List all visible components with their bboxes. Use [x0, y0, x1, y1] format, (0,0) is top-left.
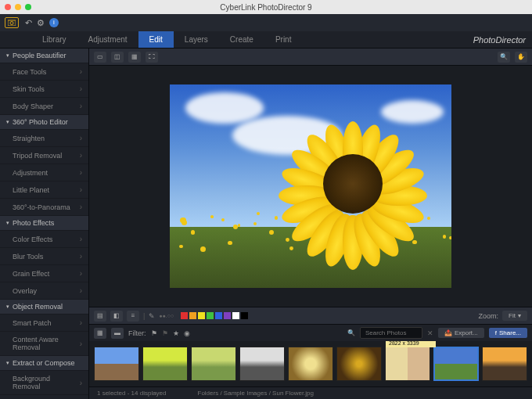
sidebar-item-adjustment[interactable]: Adjustment — [0, 164, 88, 182]
filter-row: ▦ ▬ Filter: ⚑ ⚑ ★ ◉ 🔍 ✕ 📤 Export... f Sh… — [89, 324, 532, 341]
filter-label: Filter: — [128, 329, 146, 337]
thumbnail-tooltip: SkinSmoother.jpg12/05/11 15:26:482822 x … — [386, 341, 436, 347]
sidebar-item-content-aware-removal[interactable]: Content Aware Removal — [0, 332, 88, 356]
sidebar-item-little-planet[interactable]: Little Planet — [0, 182, 88, 199]
sidebar-item-smart-patch[interactable]: Smart Patch — [0, 315, 88, 332]
strip-icon[interactable]: ▬ — [111, 328, 124, 339]
brand-label: PhotoDirector — [473, 35, 526, 45]
color-swatch[interactable] — [207, 312, 214, 319]
section--photo-editor[interactable]: 360° Photo Editor — [0, 115, 88, 130]
view-compare-icon[interactable]: ◫ — [111, 52, 124, 63]
section-people-beautifier[interactable]: People Beautifier — [0, 49, 88, 63]
sidebar-item-photo-composer[interactable]: Photo Composer — [0, 395, 88, 399]
thumbnail[interactable] — [336, 347, 382, 381]
tab-library[interactable]: Library — [31, 31, 77, 48]
color-swatch[interactable] — [198, 312, 205, 319]
sidebar-item-color-effects[interactable]: Color Effects — [0, 231, 88, 248]
sidebar: People BeautifierFace ToolsSkin ToolsBod… — [0, 49, 89, 399]
thumbnail[interactable] — [239, 347, 285, 381]
thumbnail[interactable] — [433, 347, 479, 381]
search-icon[interactable]: 🔍 — [498, 52, 510, 63]
sidebar-item-body-shaper[interactable]: Body Shaper — [0, 98, 88, 115]
status-path: Folders / Sample Images / Sun Flower.jpg — [198, 390, 315, 397]
flag-off-icon[interactable]: ⚑ — [162, 329, 168, 337]
sidebar-item-face-tools[interactable]: Face Tools — [0, 63, 88, 81]
histogram-icon[interactable]: ▤ — [94, 311, 106, 322]
color-swatch[interactable] — [241, 312, 248, 319]
canvas-toolbar: ▭ ◫ ▦ ⛶ 🔍 ✋ — [89, 49, 532, 66]
sidebar-item-background-removal[interactable]: Background Removal — [0, 371, 88, 395]
grid-icon[interactable]: ▦ — [94, 328, 106, 339]
color-swatch[interactable] — [232, 312, 239, 319]
filmstrip: SkinSmoother.jpg12/05/11 15:26:482822 x … — [89, 341, 532, 386]
canvas[interactable] — [89, 66, 532, 307]
titlebar: CyberLink PhotoDirector 9 — [0, 0, 532, 14]
section-photo-effects[interactable]: Photo Effects — [0, 216, 88, 231]
sidebar-item-overlay[interactable]: Overlay — [0, 282, 88, 300]
tab-create[interactable]: Create — [219, 31, 264, 48]
app-logo-icon — [5, 17, 19, 28]
brush-icon[interactable]: ✎ — [149, 312, 155, 320]
view-screen-icon[interactable]: ⛶ — [146, 52, 158, 63]
zoom-label: Zoom: — [479, 312, 499, 320]
search-input[interactable] — [360, 327, 422, 339]
undo-icon[interactable]: ↶ — [25, 18, 32, 28]
main-tabs: LibraryAdjustmentEditLayersCreatePrintPh… — [0, 31, 532, 49]
section-object-removal[interactable]: Object Removal — [0, 300, 88, 315]
tab-print[interactable]: Print — [264, 31, 303, 48]
traffic-lights — [5, 4, 31, 10]
color-swatch[interactable] — [224, 312, 231, 319]
window-title: CyberLink PhotoDirector 9 — [220, 3, 311, 12]
sidebar-item-tripod-removal[interactable]: Tripod Removal — [0, 147, 88, 164]
zoom-select[interactable]: Fit ▾ — [502, 311, 527, 321]
thumbnail[interactable] — [142, 347, 188, 381]
view-grid-icon[interactable]: ▦ — [128, 52, 141, 63]
section-extract-or-compose[interactable]: Extract or Compose — [0, 356, 88, 371]
sidebar-item--to-panorama[interactable]: 360°-to-Panorama — [0, 199, 88, 216]
export-button[interactable]: 📤 Export... — [438, 328, 484, 338]
flag-icon[interactable]: ⚑ — [151, 329, 157, 337]
sidebar-item-grain-effect[interactable]: Grain Effect — [0, 265, 88, 282]
close-dot[interactable] — [5, 4, 11, 10]
thumbnail[interactable] — [191, 347, 236, 381]
thumbnail[interactable] — [482, 347, 527, 381]
content-area: ▭ ◫ ▦ ⛶ 🔍 ✋ ▤ ◧ ≡ | ✎ ●●.○○ — [89, 49, 532, 399]
compare-icon[interactable]: ◧ — [110, 311, 123, 322]
star-icon[interactable]: ★ — [173, 329, 179, 337]
maximize-dot[interactable] — [25, 4, 31, 10]
color-tag-icon[interactable]: ◉ — [184, 329, 190, 337]
thumbnail[interactable]: SkinSmoother.jpg12/05/11 15:26:482822 x … — [385, 347, 430, 381]
sidebar-item-blur-tools[interactable]: Blur Tools — [0, 248, 88, 265]
share-button[interactable]: f Share... — [489, 328, 527, 338]
color-swatch[interactable] — [181, 312, 188, 319]
hand-icon[interactable]: ✋ — [515, 52, 527, 63]
sidebar-item-straighten[interactable]: Straighten — [0, 130, 88, 147]
settings-icon[interactable]: ⚙ — [37, 18, 45, 28]
app-header: ↶ ⚙ i — [0, 14, 532, 31]
tools-row: ▤ ◧ ≡ | ✎ ●●.○○ Zoom: Fit ▾ — [89, 307, 532, 324]
thumbnail[interactable] — [288, 347, 333, 381]
list-icon[interactable]: ≡ — [127, 311, 139, 322]
color-swatch[interactable] — [189, 312, 196, 319]
main-photo — [170, 84, 451, 288]
sidebar-item-skin-tools[interactable]: Skin Tools — [0, 81, 88, 98]
clear-search-icon[interactable]: ✕ — [427, 329, 433, 337]
status-count: 1 selected - 14 displayed — [97, 390, 167, 397]
minimize-dot[interactable] — [15, 4, 21, 10]
info-icon[interactable]: i — [49, 18, 59, 27]
tab-adjustment[interactable]: Adjustment — [77, 31, 138, 48]
tab-layers[interactable]: Layers — [174, 31, 219, 48]
view-single-icon[interactable]: ▭ — [94, 52, 106, 63]
svg-point-1 — [10, 22, 13, 25]
status-bar: 1 selected - 14 displayed Folders / Samp… — [89, 386, 532, 399]
thumbnail[interactable] — [94, 347, 139, 381]
color-swatch[interactable] — [215, 312, 222, 319]
tab-edit[interactable]: Edit — [138, 31, 174, 48]
